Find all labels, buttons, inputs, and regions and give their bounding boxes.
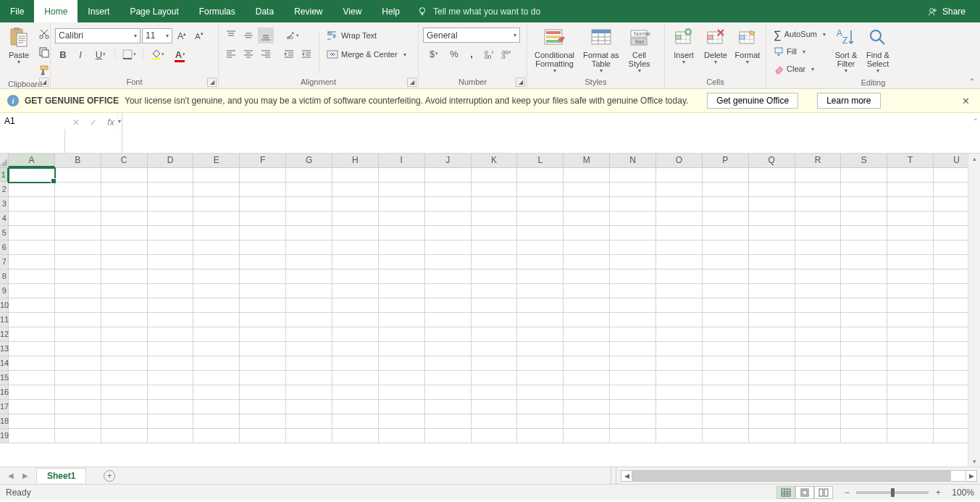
cell[interactable] <box>240 371 286 385</box>
cell[interactable] <box>286 371 332 385</box>
cell[interactable] <box>240 212 286 226</box>
cell[interactable] <box>610 356 656 371</box>
row-header[interactable]: 12 <box>0 327 9 342</box>
row-header[interactable]: 5 <box>0 226 9 240</box>
cell[interactable] <box>148 400 194 414</box>
cell[interactable] <box>564 371 610 385</box>
cell[interactable] <box>656 183 703 197</box>
italic-button[interactable]: I <box>72 46 88 62</box>
cell[interactable] <box>472 385 518 400</box>
cell[interactable] <box>472 429 518 443</box>
cell[interactable] <box>55 414 101 429</box>
cell[interactable] <box>749 183 795 197</box>
row-header[interactable]: 11 <box>0 313 9 327</box>
cell[interactable] <box>472 212 518 226</box>
percent-button[interactable]: % <box>446 46 462 62</box>
cell[interactable] <box>101 284 148 298</box>
cell[interactable] <box>332 240 379 255</box>
cell[interactable] <box>148 197 194 212</box>
cell[interactable] <box>286 342 332 356</box>
cell[interactable] <box>379 371 425 385</box>
cell[interactable] <box>703 240 749 255</box>
zoom-level[interactable]: 100% <box>952 488 974 498</box>
cell[interactable] <box>472 183 518 197</box>
cell[interactable] <box>887 385 934 400</box>
cell[interactable] <box>749 197 795 212</box>
cell[interactable] <box>148 183 194 197</box>
cell[interactable] <box>55 298 101 313</box>
cell[interactable] <box>703 414 749 429</box>
cell[interactable] <box>610 342 656 356</box>
cell[interactable] <box>795 255 842 269</box>
column-header[interactable]: P <box>703 154 749 167</box>
cell[interactable] <box>703 298 749 313</box>
sort-filter-button[interactable]: AZ Sort & Filter▾ <box>832 25 860 76</box>
cell[interactable] <box>193 226 240 240</box>
cell[interactable] <box>795 298 842 313</box>
cell[interactable] <box>425 255 472 269</box>
cell[interactable] <box>286 168 332 183</box>
cell[interactable] <box>55 385 101 400</box>
cell[interactable] <box>425 400 472 414</box>
cell[interactable] <box>841 414 887 429</box>
cell[interactable] <box>55 284 101 298</box>
cell[interactable] <box>9 429 55 443</box>
column-header[interactable]: K <box>472 154 518 167</box>
cell[interactable] <box>517 212 564 226</box>
cell[interactable] <box>193 255 240 269</box>
conditional-formatting-button[interactable]: Conditional Formatting▾ <box>532 25 577 76</box>
cell[interactable] <box>656 313 703 327</box>
cell[interactable] <box>332 269 379 284</box>
cell[interactable] <box>517 356 564 371</box>
row-header[interactable]: 8 <box>0 269 9 284</box>
cell[interactable] <box>795 342 842 356</box>
cell[interactable] <box>656 240 703 255</box>
cell[interactable] <box>55 269 101 284</box>
cell[interactable] <box>379 298 425 313</box>
cell[interactable] <box>656 226 703 240</box>
cell[interactable] <box>795 414 842 429</box>
cell[interactable] <box>610 183 656 197</box>
cell[interactable] <box>240 400 286 414</box>
decrease-decimal-button[interactable]: .00.0 <box>498 46 514 62</box>
cell[interactable] <box>841 183 887 197</box>
cell[interactable] <box>564 168 610 183</box>
cell[interactable] <box>425 327 472 342</box>
column-header[interactable]: S <box>841 154 887 167</box>
select-all-corner[interactable] <box>0 154 9 167</box>
cell[interactable] <box>148 356 194 371</box>
cell[interactable] <box>332 371 379 385</box>
cell[interactable] <box>101 212 148 226</box>
cell[interactable] <box>472 313 518 327</box>
cell[interactable] <box>841 313 887 327</box>
insert-function-button[interactable]: fx <box>103 115 119 130</box>
cell[interactable] <box>9 327 55 342</box>
cell[interactable] <box>286 327 332 342</box>
cell[interactable] <box>887 240 934 255</box>
cell[interactable] <box>55 356 101 371</box>
align-left-button[interactable] <box>223 46 239 62</box>
number-dialog-launcher[interactable]: ◢ <box>516 78 525 87</box>
cell[interactable] <box>379 429 425 443</box>
sheet-tab-active[interactable]: Sheet1 <box>36 468 86 483</box>
column-header[interactable]: A <box>9 154 55 167</box>
cell[interactable] <box>148 414 194 429</box>
cell[interactable] <box>332 298 379 313</box>
cell[interactable] <box>55 168 101 183</box>
cell[interactable] <box>425 226 472 240</box>
cell[interactable] <box>379 183 425 197</box>
cell[interactable] <box>379 284 425 298</box>
cell[interactable] <box>749 327 795 342</box>
tab-view[interactable]: View <box>333 0 372 22</box>
cell[interactable] <box>286 414 332 429</box>
cell[interactable] <box>795 197 842 212</box>
zoom-in-button[interactable]: + <box>933 488 943 498</box>
cell[interactable] <box>887 429 934 443</box>
cell[interactable] <box>332 226 379 240</box>
underline-button[interactable]: U <box>90 46 112 62</box>
cell[interactable] <box>101 298 148 313</box>
cell[interactable] <box>795 269 842 284</box>
cell[interactable] <box>9 168 55 183</box>
cell[interactable] <box>564 414 610 429</box>
cell-styles-button[interactable]: NormalBad Cell Styles▾ <box>625 25 654 76</box>
